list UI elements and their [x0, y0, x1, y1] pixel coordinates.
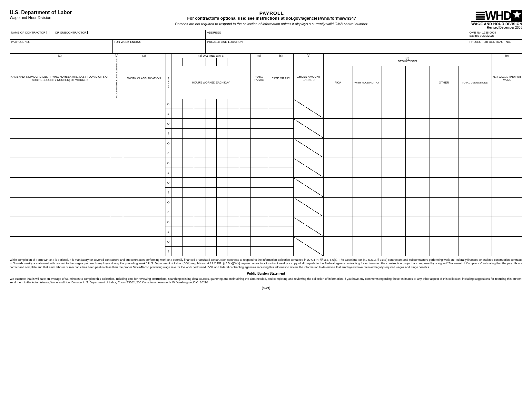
hours-cell[interactable]	[183, 158, 194, 168]
other-cell[interactable]	[429, 237, 458, 256]
total-hours-cell[interactable]	[250, 197, 268, 207]
fica-cell[interactable]	[323, 99, 352, 119]
hours-cell[interactable]	[194, 178, 205, 188]
deduction-blank-cell[interactable]	[381, 119, 405, 138]
hours-cell[interactable]	[239, 109, 250, 119]
worker-name-cell[interactable]	[10, 158, 110, 178]
gross-cell[interactable]	[294, 119, 323, 138]
hours-cell[interactable]	[228, 188, 239, 198]
withholding-cell[interactable]	[352, 178, 381, 197]
hours-cell[interactable]	[239, 178, 250, 188]
hours-cell[interactable]	[239, 138, 250, 148]
field-payroll-no[interactable]: PAYROLL NO.	[10, 39, 113, 53]
total-deductions-cell[interactable]	[458, 158, 491, 178]
classification-cell[interactable]	[123, 217, 165, 237]
hours-cell[interactable]	[217, 109, 228, 119]
hours-cell[interactable]	[172, 188, 183, 198]
withholding-cell[interactable]	[352, 237, 381, 256]
total-hours-cell[interactable]	[250, 217, 268, 227]
hours-cell[interactable]	[172, 217, 183, 227]
hours-cell[interactable]	[239, 119, 250, 129]
total-hours-cell[interactable]	[250, 138, 268, 148]
total-hours-cell[interactable]	[250, 109, 268, 119]
hours-cell[interactable]	[194, 148, 205, 158]
hours-cell[interactable]	[228, 237, 239, 247]
hours-cell[interactable]	[217, 119, 228, 129]
total-hours-cell[interactable]	[250, 207, 268, 217]
hours-cell[interactable]	[217, 188, 228, 198]
worker-name-cell[interactable]	[10, 119, 110, 138]
hours-cell[interactable]	[172, 138, 183, 148]
subcontractor-checkbox[interactable]	[87, 31, 91, 34]
hours-cell[interactable]	[217, 197, 228, 207]
hours-cell[interactable]	[205, 178, 217, 188]
total-deductions-cell[interactable]	[458, 217, 491, 237]
total-hours-cell[interactable]	[250, 168, 268, 178]
hours-cell[interactable]	[228, 129, 239, 139]
hours-cell[interactable]	[205, 119, 217, 129]
deduction-blank-cell[interactable]	[405, 197, 429, 217]
total-hours-cell[interactable]	[250, 188, 268, 198]
total-hours-cell[interactable]	[250, 129, 268, 139]
hours-cell[interactable]	[228, 119, 239, 129]
total-hours-cell[interactable]	[250, 178, 268, 188]
rate-cell[interactable]	[268, 168, 294, 178]
hours-cell[interactable]	[205, 207, 217, 217]
withholding-cell[interactable]	[352, 138, 381, 158]
other-cell[interactable]	[429, 119, 458, 138]
hours-cell[interactable]	[172, 119, 183, 129]
net-wages-cell[interactable]	[491, 99, 522, 119]
gross-cell[interactable]	[294, 158, 323, 178]
deduction-blank-cell[interactable]	[381, 197, 405, 217]
hours-cell[interactable]	[194, 119, 205, 129]
worker-name-cell[interactable]	[10, 178, 110, 197]
hours-cell[interactable]	[205, 247, 217, 256]
hours-cell[interactable]	[172, 109, 183, 119]
deduction-blank-cell[interactable]	[405, 237, 429, 256]
exemptions-cell[interactable]	[110, 119, 123, 138]
rate-cell[interactable]	[268, 99, 294, 109]
deduction-blank-cell[interactable]	[381, 217, 405, 237]
fica-cell[interactable]	[323, 178, 352, 197]
deduction-blank-cell[interactable]	[381, 138, 405, 158]
day-cell[interactable]	[183, 58, 194, 66]
withholding-cell[interactable]	[352, 119, 381, 138]
day-cell[interactable]	[194, 58, 205, 66]
hours-cell[interactable]	[205, 168, 217, 178]
hours-cell[interactable]	[183, 109, 194, 119]
hours-cell[interactable]	[217, 129, 228, 139]
net-wages-cell[interactable]	[491, 178, 522, 197]
hours-cell[interactable]	[183, 227, 194, 237]
hours-cell[interactable]	[183, 197, 194, 207]
exemptions-cell[interactable]	[110, 158, 123, 178]
hours-cell[interactable]	[217, 99, 228, 109]
hours-cell[interactable]	[205, 109, 217, 119]
fica-cell[interactable]	[323, 158, 352, 178]
total-deductions-cell[interactable]	[458, 119, 491, 138]
deduction-blank-cell[interactable]	[405, 99, 429, 119]
exemptions-cell[interactable]	[110, 178, 123, 197]
worker-name-cell[interactable]	[10, 138, 110, 158]
total-deductions-cell[interactable]	[458, 178, 491, 197]
day-cell[interactable]	[172, 58, 183, 66]
exemptions-cell[interactable]	[110, 99, 123, 119]
hours-cell[interactable]	[228, 247, 239, 256]
hours-cell[interactable]	[217, 168, 228, 178]
hours-cell[interactable]	[239, 197, 250, 207]
hours-cell[interactable]	[228, 148, 239, 158]
gross-cell[interactable]	[294, 178, 323, 197]
total-hours-cell[interactable]	[250, 119, 268, 129]
hours-cell[interactable]	[239, 227, 250, 237]
hours-cell[interactable]	[205, 197, 217, 207]
field-contractor-name[interactable]: NAME OF CONTRACTOR OR SUBCONTRACTOR	[10, 30, 206, 39]
day-cell[interactable]	[239, 58, 250, 66]
rate-cell[interactable]	[268, 109, 294, 119]
gross-cell[interactable]	[294, 237, 323, 256]
hours-cell[interactable]	[183, 148, 194, 158]
deduction-blank-cell[interactable]	[405, 119, 429, 138]
hours-cell[interactable]	[239, 168, 250, 178]
hours-cell[interactable]	[183, 247, 194, 256]
other-cell[interactable]	[429, 217, 458, 237]
hours-cell[interactable]	[172, 168, 183, 178]
worker-name-cell[interactable]	[10, 197, 110, 217]
